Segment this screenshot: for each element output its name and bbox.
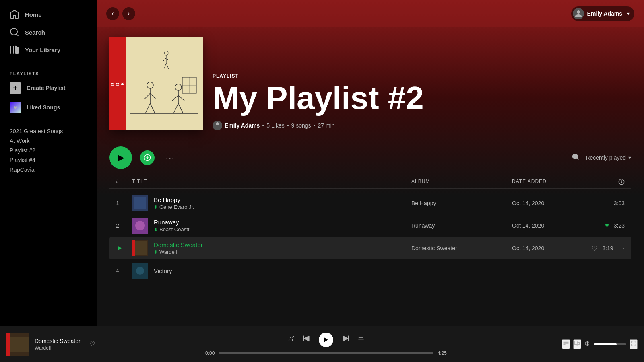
create-playlist-button[interactable]: + Create Playlist [6,79,90,97]
player-right-icons [562,339,638,349]
library-item-playlist2[interactable]: Playlist #2 [10,146,87,155]
search-songs-button[interactable] [572,153,579,162]
svg-rect-0 [126,37,202,130]
song-details: Be Happy ⬇ Gene Evaro Jr. [154,196,194,210]
library-item-playlist4[interactable]: Playlist #4 [10,155,87,165]
table-row[interactable]: 4 Victory [109,259,631,282]
table-row[interactable]: 2 Runaway ⬇ Beast Coastt [109,214,631,237]
create-playlist-icon: + [10,82,21,94]
sidebar-divider-1 [6,63,90,63]
playlist-title: My Playlist #2 [213,82,424,114]
downloaded-icon: ⬇ [154,249,158,255]
playlist-meta: Emily Adams • 5 Likes • 9 songs • 27 min [213,121,424,130]
more-options-button[interactable]: ··· [163,152,178,164]
playlist-info: PLAYLIST My Playlist #2 Emily Adams • 5 … [213,73,424,130]
cover-drawing [126,37,203,130]
song-number: 2 [116,222,132,229]
devices-button[interactable] [573,339,581,349]
song-number: 1 [116,200,132,206]
sidebar: Home Search Your Library PL [0,0,97,326]
svg-rect-34 [6,333,10,356]
queue-button[interactable] [562,339,570,349]
player-like-button[interactable]: ♡ [89,340,95,348]
liked-songs-icon: ♥ [10,102,21,113]
downloaded-icon: ⬇ [154,227,158,232]
time-current: 0:00 [205,350,215,356]
library-item-2021[interactable]: 2021 Greatest Songs [10,126,87,136]
sidebar-nav: Home Search Your Library [0,6,97,60]
playlist-author: Emily Adams [225,122,260,129]
sidebar-item-label-home: Home [25,11,42,18]
play-button[interactable]: ▶ [109,146,132,169]
back-button[interactable]: ‹ [106,7,119,20]
search-icon [10,27,19,37]
library-item-rapcaviar[interactable]: RapCaviar [10,165,87,175]
liked-songs-button[interactable]: ♥ Liked Songs [6,99,90,116]
song-thumbnail [132,263,148,279]
col-num: # [116,179,132,185]
forward-button[interactable]: › [122,7,135,20]
playlist-duration: 27 min [318,122,335,129]
sidebar-divider-2 [6,123,90,123]
volume-slider[interactable] [594,343,626,345]
player-controls [287,333,365,347]
download-button[interactable] [140,150,155,165]
cover-red-band: WARDELL [109,37,126,130]
like-button[interactable]: ♡ [592,245,597,252]
song-info: Domestic Sweater ⬇ Wardell [132,240,411,256]
song-more-button[interactable]: ··· [618,245,625,252]
playlist-song-count: 9 songs [291,122,311,129]
topbar-nav: ‹ › [106,7,135,20]
song-title: Be Happy [154,196,194,203]
table-header: # TITLE ALBUM DATE ADDED [109,175,631,189]
controls-right: Recently played ▾ [572,153,631,162]
player-bar: Domestic Sweater Wardell ♡ [0,326,644,362]
progress-track[interactable] [219,352,433,354]
shuffle-button[interactable] [287,335,295,344]
col-date: DATE ADDED [512,179,592,185]
user-avatar [573,8,584,19]
svg-rect-24 [134,197,146,209]
song-album: Domestic Sweater [411,245,512,251]
playlists-section-label: PLAYLISTS [0,66,97,79]
song-date: Oct 14, 2020 [512,245,592,251]
sidebar-item-library[interactable]: Your Library [6,42,90,58]
playlist-header: WARDELL [97,27,644,140]
home-icon [10,10,19,19]
library-item-at-work[interactable]: At Work [10,136,87,146]
song-thumbnail [132,195,148,211]
sort-dropdown-button[interactable]: Recently played ▾ [586,154,631,161]
table-row[interactable]: Domestic Sweater ⬇ Wardell Domestic Swea… [109,237,631,259]
song-title: Runaway [154,219,189,226]
liked-songs-label: Liked Songs [27,104,60,111]
play-pause-button[interactable] [319,333,333,347]
player-center: 0:00 4:25 [127,333,525,356]
sidebar-item-search[interactable]: Search [6,24,90,40]
song-artist: ⬇ Wardell [154,249,203,255]
user-name: Emily Adams [587,10,622,17]
song-album: Be Happy [411,200,512,206]
sidebar-item-home[interactable]: Home [6,6,90,23]
library-list: 2021 Greatest Songs At Work Playlist #2 … [0,126,97,175]
song-details: Runaway ⬇ Beast Coastt [154,219,189,232]
next-button[interactable] [341,335,349,345]
liked-icon: ♥ [605,222,609,229]
fullscreen-button[interactable] [630,339,638,349]
song-info: Victory [132,263,411,279]
player-track-title: Domestic Sweater [35,338,80,344]
player-right [525,339,638,349]
sort-chevron: ▾ [628,154,631,161]
user-profile-button[interactable]: Emily Adams ▾ [571,6,634,21]
col-title: TITLE [132,179,411,185]
song-artist: ⬇ Gene Evaro Jr. [154,204,194,210]
repeat-button[interactable] [357,335,365,344]
svg-rect-30 [132,240,135,256]
playlist-likes: 5 Likes [266,122,284,129]
svg-rect-35 [10,337,29,352]
time-total: 4:25 [438,350,447,356]
song-thumbnail [132,240,148,256]
cover-main-art [126,37,203,130]
table-row[interactable]: 1 Be Happy ⬇ Gene Evaro Jr. [109,192,631,214]
songs-table: # TITLE ALBUM DATE ADDED 1 [97,175,644,322]
prev-button[interactable] [303,335,311,345]
